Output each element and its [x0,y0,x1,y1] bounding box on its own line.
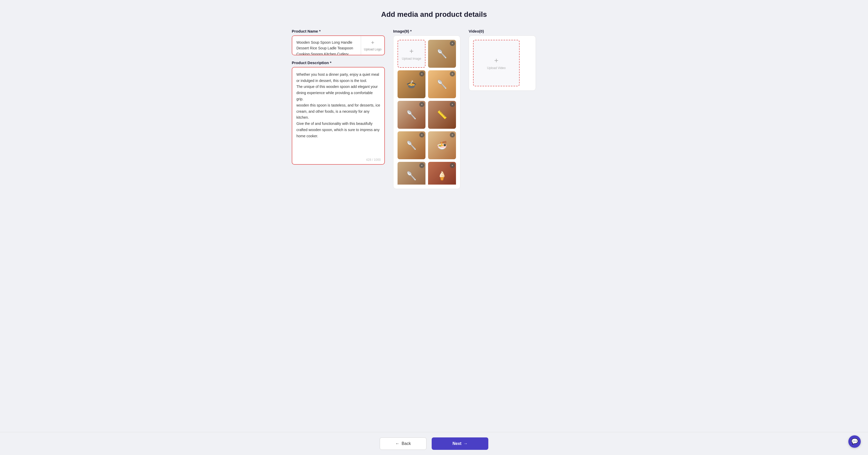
plus-video-icon: + [494,56,498,65]
image-cell-2: 🍲 × [398,70,426,98]
plus-icon: + [371,39,374,46]
image-grid: + Upload Image 🥄 × 🍲 [398,40,456,185]
description-wrapper: Whether you host a dinner party, enjoy a… [292,67,385,165]
chat-support-button[interactable]: 💬 [848,435,861,448]
remove-image-9-button[interactable]: × [450,163,455,168]
image-scroll[interactable]: + Upload Image 🥄 × 🍲 [398,40,456,185]
description-section: Product Description * Whether you host a… [292,61,385,165]
upload-image-button[interactable]: + Upload Image [398,40,426,68]
upload-logo-label: Upload Logo [364,47,381,51]
back-arrow-icon: ← [396,441,400,446]
product-name-label: Product Name * [292,29,385,33]
remove-image-7-button[interactable]: × [450,132,455,137]
remove-image-3-button[interactable]: × [450,71,455,76]
plus-upload-icon: + [409,47,413,55]
bottom-bar: ← Back Next → [0,432,868,455]
char-count: 428 / 1000 [366,158,381,162]
next-arrow-icon: → [464,441,468,446]
image-cell-8: 🥄 × [398,162,426,185]
video-section: Video(0) + Upload Video [469,29,536,91]
image-cell-5: 📏 × [428,101,456,129]
remove-image-6-button[interactable]: × [419,132,425,137]
product-name-input[interactable]: Wooden Soup Spoon Long Handle Dessert Ri… [292,36,361,55]
back-label: Back [402,441,411,446]
image-cell-7: 🍜 × [428,131,456,159]
main-content: Product Name * Wooden Soup Spoon Long Ha… [292,29,576,189]
image-cell-9: 🍦 × [428,162,456,185]
remove-image-8-button[interactable]: × [419,163,425,168]
next-button[interactable]: Next → [432,437,488,450]
video-section-label: Video(0) [469,29,536,33]
image-cell-4: 🥄 × [398,101,426,129]
image-cell-1: 🥄 × [428,40,456,68]
description-label: Product Description * [292,61,385,65]
upload-logo-button[interactable]: + Upload Logo [361,36,384,55]
back-button[interactable]: ← Back [380,437,427,450]
video-container: + Upload Video [469,35,536,91]
remove-image-1-button[interactable]: × [450,41,455,46]
image-section: Image(9) * + Upload Image 🥄 × [393,29,460,189]
product-name-section: Product Name * Wooden Soup Spoon Long Ha… [292,29,385,55]
product-name-wrapper: Wooden Soup Spoon Long Handle Dessert Ri… [292,35,385,55]
upload-video-button[interactable]: + Upload Video [473,40,520,86]
upload-image-label: Upload Image [402,57,421,61]
next-label: Next [452,441,461,446]
remove-image-4-button[interactable]: × [419,102,425,107]
page-title: Add media and product details [381,10,487,19]
chat-icon: 💬 [851,438,858,445]
remove-image-5-button[interactable]: × [450,102,455,107]
remove-image-2-button[interactable]: × [419,71,425,76]
description-input[interactable]: Whether you host a dinner party, enjoy a… [292,67,384,163]
image-cell-6: 🥄 × [398,131,426,159]
image-cell-3: 🥄 × [428,70,456,98]
left-column: Product Name * Wooden Soup Spoon Long Ha… [292,29,385,165]
upload-video-label: Upload Video [487,66,506,70]
image-section-label: Image(9) * [393,29,460,33]
image-container: + Upload Image 🥄 × 🍲 [393,35,460,189]
